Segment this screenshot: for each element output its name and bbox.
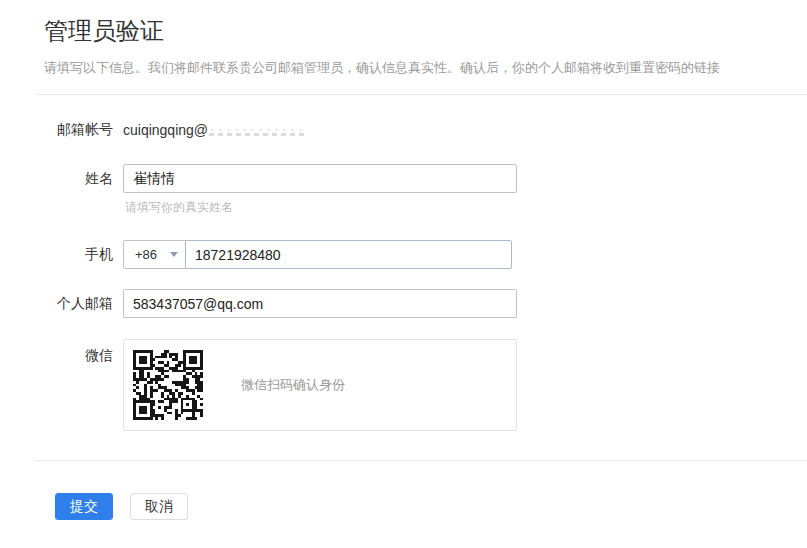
wechat-verify-box: 微信扫码确认身份 — [123, 339, 517, 431]
name-row: 姓名 — [0, 164, 807, 193]
page-subtitle: 请填写以下信息。我们将邮件联系贵公司邮箱管理员，确认信息真实性。确认后，你的个人… — [44, 59, 807, 76]
email-account-row: 邮箱帐号 cuiqingqing@ — [0, 121, 807, 139]
phone-row: 手机 +86 — [0, 240, 807, 269]
personal-email-label: 个人邮箱 — [0, 295, 123, 313]
redacted-domain-smudge — [209, 124, 305, 137]
phone-label: 手机 — [0, 246, 123, 264]
admin-verification-page: 管理员验证 请填写以下信息。我们将邮件联系贵公司邮箱管理员，确认信息真实性。确认… — [0, 0, 807, 548]
personal-email-input[interactable] — [123, 289, 517, 318]
cancel-button[interactable]: 取消 — [130, 493, 188, 520]
email-account-prefix: cuiqingqing@ — [123, 122, 208, 138]
name-input[interactable] — [123, 164, 517, 193]
name-label: 姓名 — [0, 170, 123, 188]
country-code-select[interactable]: +86 — [123, 240, 186, 269]
email-account-label: 邮箱帐号 — [0, 121, 123, 139]
phone-input[interactable] — [185, 240, 512, 269]
email-account-value: cuiqingqing@ — [123, 122, 305, 138]
name-hint: 请填写你的真实姓名 — [125, 199, 807, 216]
footer-divider — [36, 460, 807, 461]
country-code-value: +86 — [135, 247, 157, 262]
wechat-qr-caption: 微信扫码确认身份 — [241, 376, 345, 394]
wechat-row: 微信 微信扫码确认身份 — [0, 339, 807, 431]
personal-email-row: 个人邮箱 — [0, 289, 807, 318]
page-title: 管理员验证 — [0, 0, 807, 46]
submit-button[interactable]: 提交 — [55, 493, 113, 520]
header-divider — [36, 94, 807, 95]
chevron-down-icon — [170, 252, 178, 257]
form-actions: 提交 取消 — [55, 493, 807, 520]
wechat-label: 微信 — [0, 339, 123, 365]
phone-group: +86 — [123, 240, 512, 269]
wechat-qr-code[interactable] — [133, 350, 203, 420]
